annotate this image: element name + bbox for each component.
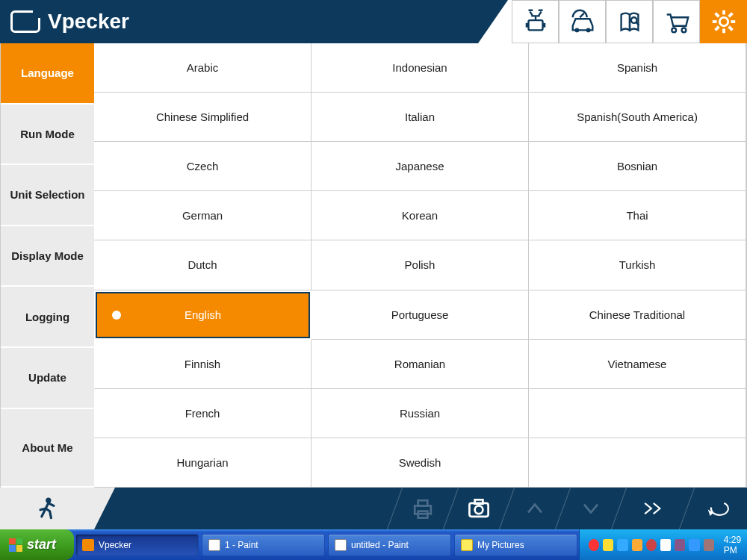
taskbar-item[interactable]: Vpecker (75, 534, 199, 556)
running-man-icon (34, 495, 61, 522)
sidebar-item-aboutme[interactable]: About Me (1, 409, 94, 488)
language-option[interactable]: Dutch (94, 240, 311, 290)
language-option[interactable]: Bosnian (529, 142, 746, 191)
svg-point-4 (586, 28, 590, 33)
chevron-down-icon (577, 495, 604, 522)
language-option[interactable]: Chinese Simplified (94, 93, 311, 142)
sidebar-item-update[interactable]: Update (1, 348, 94, 409)
language-option[interactable]: Japanese (311, 142, 529, 191)
scroll-up-button[interactable] (507, 488, 562, 529)
tray-icon[interactable] (632, 539, 642, 551)
sidebar-item-runmode[interactable]: Run Mode (1, 105, 94, 166)
svg-rect-1 (525, 23, 528, 28)
svg-line-15 (715, 13, 719, 17)
app-footer (0, 488, 747, 529)
language-option[interactable]: German (94, 191, 311, 240)
language-option[interactable]: Arabic (94, 43, 311, 93)
sidebar-item-displaymode[interactable]: Display Mode (1, 226, 94, 287)
sidebar-item-unitselection[interactable]: Unit Selection (1, 165, 94, 226)
manual-button[interactable] (606, 0, 653, 43)
svg-rect-25 (475, 500, 483, 503)
printer-icon (409, 495, 436, 522)
taskbar-clock: 4:29 PM (724, 535, 747, 556)
svg-point-8 (672, 28, 676, 33)
tray-icon[interactable] (675, 539, 685, 551)
language-option[interactable]: Czech (94, 142, 311, 191)
taskbar-item-label: 1 - Paint (225, 540, 258, 550)
language-option[interactable]: French (94, 389, 311, 438)
language-option[interactable]: Portuguese (311, 290, 529, 340)
language-option[interactable]: Swedish (311, 438, 529, 488)
language-option[interactable]: Thai (529, 191, 746, 240)
language-option[interactable]: Russian (311, 389, 529, 438)
forward-button[interactable] (619, 488, 686, 529)
app-header: Vpecker (0, 0, 747, 43)
settings-button[interactable] (700, 0, 747, 43)
exit-button[interactable] (0, 488, 94, 529)
brand: Vpecker (0, 10, 129, 34)
language-option[interactable]: Polish (311, 240, 529, 290)
settings-sidebar: Language Run Mode Unit Selection Display… (0, 43, 94, 488)
svg-rect-2 (542, 23, 545, 28)
windows-logo-icon (9, 538, 22, 552)
language-option[interactable]: Chinese Traditional (529, 290, 746, 340)
language-option[interactable]: Turkish (529, 240, 746, 290)
taskbar-item[interactable]: untitled - Paint (328, 534, 451, 556)
language-option (529, 438, 746, 488)
taskbar-item[interactable]: My Pictures (454, 534, 577, 556)
store-button[interactable] (653, 0, 700, 43)
svg-line-16 (728, 27, 732, 31)
engine-icon (521, 7, 550, 36)
print-button[interactable] (395, 488, 450, 529)
language-option[interactable]: Spanish(South America) (529, 93, 746, 142)
svg-rect-21 (418, 500, 428, 505)
screenshot-button[interactable] (451, 488, 506, 529)
system-tray[interactable]: 4:29 PM (579, 529, 747, 560)
camera-icon (465, 495, 492, 522)
brand-logo-icon (10, 10, 40, 33)
back-button[interactable] (687, 488, 747, 529)
svg-point-6 (630, 17, 636, 23)
language-option[interactable]: Hungarian (94, 438, 311, 488)
diagnose-button[interactable] (512, 0, 559, 43)
tray-icon[interactable] (689, 539, 699, 551)
svg-point-9 (681, 28, 686, 33)
svg-line-18 (715, 27, 719, 31)
tray-icon[interactable] (646, 539, 657, 551)
taskbar-item-label: Vpecker (99, 540, 131, 550)
language-option[interactable]: Romanian (311, 340, 529, 389)
gear-icon (710, 7, 738, 36)
language-option[interactable]: Korean (311, 191, 529, 240)
tray-icon[interactable] (617, 539, 627, 551)
tray-icon[interactable] (603, 539, 613, 551)
start-button[interactable]: start (0, 529, 74, 560)
main-body: Language Run Mode Unit Selection Display… (0, 43, 747, 488)
taskbar-item[interactable]: 1 - Paint (202, 534, 325, 556)
cart-icon (663, 7, 691, 36)
tray-icon[interactable] (660, 539, 671, 551)
taskbar-item-label: untitled - Paint (351, 540, 409, 550)
language-option[interactable]: Indonesian (311, 43, 529, 93)
language-option[interactable]: Vietnamese (529, 340, 746, 389)
scroll-down-button[interactable] (563, 488, 619, 529)
double-chevron-right-icon (639, 495, 666, 522)
return-icon (704, 495, 731, 522)
language-grid: ArabicIndonesianSpanishChinese Simplifie… (94, 43, 746, 488)
start-label: start (27, 537, 56, 553)
taskbar-item-label: My Pictures (477, 540, 524, 550)
language-option[interactable]: Spanish (529, 43, 746, 93)
language-option[interactable]: Finnish (94, 340, 311, 389)
paint-icon (335, 539, 347, 551)
language-option[interactable]: Italian (311, 93, 529, 142)
pics-icon (461, 539, 473, 551)
sidebar-item-language[interactable]: Language (1, 43, 94, 105)
svg-line-17 (728, 13, 732, 17)
sidebar-item-logging[interactable]: Logging (1, 287, 94, 348)
windows-taskbar: start Vpecker1 - Paintuntitled - PaintMy… (0, 529, 747, 560)
brand-name: Vpecker (48, 10, 129, 34)
paint-icon (208, 539, 220, 551)
tray-icon[interactable] (704, 539, 714, 551)
vehicle-button[interactable] (559, 0, 606, 43)
language-option[interactable]: English (96, 292, 310, 338)
tray-icon[interactable] (589, 539, 599, 551)
